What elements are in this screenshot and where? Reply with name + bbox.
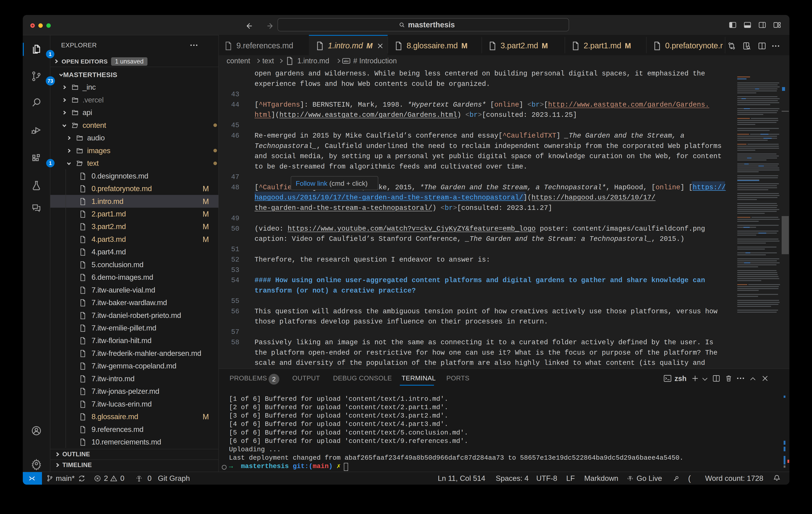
svg-text:abc: abc — [344, 60, 349, 63]
